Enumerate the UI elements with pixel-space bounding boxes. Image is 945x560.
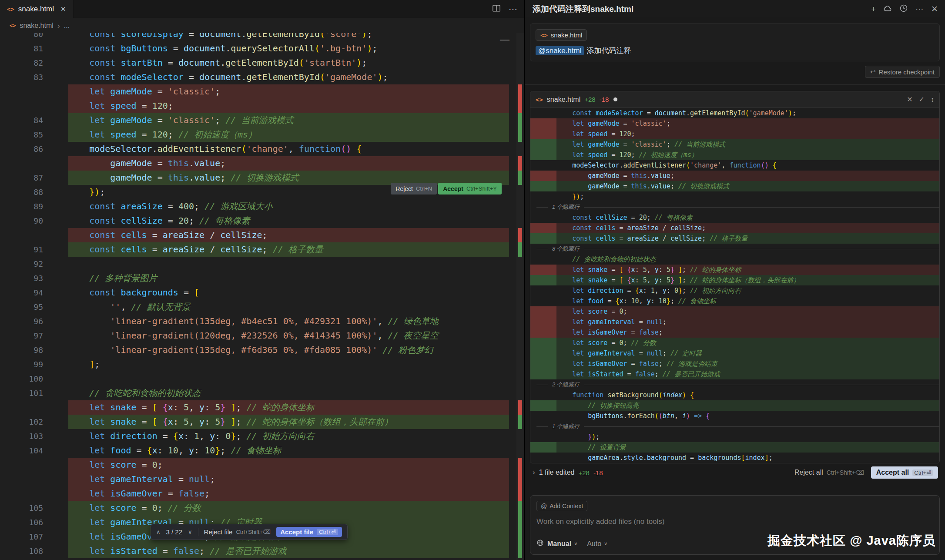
reject-file-button[interactable]: Reject file Ctrl+Shift+⌫ bbox=[204, 528, 271, 536]
code-line: 85 let speed = 120; // 初始速度（ms） bbox=[0, 127, 524, 142]
file-diff-actions: ∧ 3 / 22 ∨ Reject file Ctrl+Shift+⌫ Acce… bbox=[151, 524, 348, 540]
mode-selector[interactable]: Manual ∨ bbox=[547, 540, 577, 548]
diff-lines[interactable]: const modeSelector = document.getElement… bbox=[530, 108, 939, 463]
accept-change-button[interactable]: Accept Ctrl+Shift+Y bbox=[438, 183, 502, 194]
code-line: let gameMode = 'classic'; bbox=[530, 118, 939, 129]
overview-ruler[interactable] bbox=[516, 33, 524, 560]
accept-file-button[interactable]: Accept file Ctrl+⏎ bbox=[276, 527, 342, 537]
code-line: 97 'linear-gradient(120deg, #232526 0%, … bbox=[0, 329, 524, 343]
editor[interactable]: 80 const scoreDisplay = document.getElem… bbox=[0, 33, 524, 560]
code-line: let speed = 120; bbox=[530, 129, 939, 139]
reject-change-button[interactable]: Reject Ctrl+N bbox=[391, 183, 437, 194]
reject-file-icon[interactable]: ✕ bbox=[907, 95, 912, 104]
diff-overview-mark bbox=[518, 501, 522, 515]
review-added: +28 bbox=[579, 469, 590, 476]
add-context-chip[interactable]: @ Add Context bbox=[536, 501, 587, 511]
code-line: 108 let isStarted = false; // 是否已开始游戏 bbox=[0, 544, 524, 558]
diff-overview-mark bbox=[518, 530, 522, 544]
modified-dot-icon bbox=[613, 97, 617, 101]
more-actions-icon[interactable]: ⋯ bbox=[509, 5, 517, 13]
expand-icon[interactable]: ↕ bbox=[931, 96, 934, 104]
history-icon[interactable] bbox=[899, 4, 908, 14]
code-line: // 设置背景 bbox=[530, 442, 939, 453]
mode-label: Manual bbox=[547, 540, 571, 548]
code-line: let score = 0; bbox=[530, 306, 939, 317]
reject-shortcut: Ctrl+N bbox=[416, 185, 432, 192]
diff-overview-mark bbox=[518, 99, 522, 113]
code-line: let speed = 120; bbox=[0, 99, 524, 113]
code-line: gameMode = this.value; bbox=[530, 171, 939, 181]
review-summary[interactable]: › 1 file edited +28 -18 bbox=[533, 468, 603, 477]
collapse-dash-icon[interactable]: — bbox=[500, 33, 509, 46]
code-line: 103 let direction = {x: 1, y: 0}; // 初始方… bbox=[0, 429, 524, 443]
diff-overview-mark bbox=[518, 228, 522, 242]
tab-snake-html[interactable]: <> snake.html ✕ bbox=[0, 0, 74, 18]
split-editor-icon[interactable] bbox=[492, 4, 501, 14]
accept-file-icon[interactable]: ✓ bbox=[919, 95, 925, 104]
code-line: let gameInterval = null; // 定时器 bbox=[530, 348, 939, 359]
reject-all-shortcut: Ctrl+Shift+⌫ bbox=[827, 469, 864, 476]
diff-overview-mark bbox=[518, 84, 522, 99]
code-line: let isGameOver = false; bbox=[530, 327, 939, 338]
chevron-down-icon: ∨ bbox=[574, 541, 577, 547]
hidden-lines-separator[interactable]: 8 个隐藏行 bbox=[530, 244, 939, 254]
diff-overview-mark bbox=[518, 515, 522, 530]
code-line: 93 // 多种背景图片 bbox=[0, 271, 524, 285]
breadcrumb-more[interactable]: ... bbox=[64, 22, 70, 30]
globe-icon bbox=[536, 539, 544, 548]
breadcrumb-file[interactable]: snake.html bbox=[20, 22, 53, 30]
review-actions: Reject all Ctrl+Shift+⌫ Accept all Ctrl+… bbox=[794, 466, 938, 479]
restore-checkpoint-button[interactable]: ↩ Restore checkpoint bbox=[865, 66, 940, 78]
diff-file-name: snake.html bbox=[547, 96, 580, 104]
chat-pane: 添加代码注释到snake.html + ⋯ ✕ <> snake.html bbox=[525, 0, 945, 560]
accept-label: Accept bbox=[443, 185, 463, 192]
composer-input[interactable]: Work on explicitly added files (no tools… bbox=[536, 517, 933, 526]
code-line: 101 // 贪吃蛇和食物的初始状态 bbox=[0, 386, 524, 400]
code-line: const cells = areaSize / cellSize; bbox=[0, 228, 524, 242]
new-chat-icon[interactable]: + bbox=[871, 5, 876, 13]
cloud-icon[interactable] bbox=[883, 4, 892, 14]
next-change-icon[interactable]: ∨ bbox=[188, 529, 192, 535]
code-line: let speed = 120; // 初始速度（ms） bbox=[530, 150, 939, 160]
prev-change-icon[interactable]: ∧ bbox=[156, 529, 161, 535]
at-icon: @ bbox=[541, 503, 547, 510]
divider bbox=[525, 84, 945, 85]
editor-actions: ⋯ bbox=[492, 4, 524, 14]
hidden-lines-separator[interactable]: 2 个隐藏行 bbox=[530, 379, 939, 390]
code-line: 102 let snake = [ {x: 5, y: 5} ]; // 蛇的身… bbox=[0, 415, 524, 429]
code-line: gameMode = this.value; bbox=[0, 156, 524, 171]
review-bar: › 1 file edited +28 -18 Reject all Ctrl+… bbox=[530, 463, 940, 482]
hidden-lines-separator[interactable]: 1 个隐藏行 bbox=[530, 202, 939, 212]
file-mention[interactable]: @snake.html bbox=[536, 46, 584, 55]
code-line: 83 const modeSelector = document.getElem… bbox=[0, 70, 524, 84]
tab-close-icon[interactable]: ✕ bbox=[60, 5, 66, 13]
model-label: Auto bbox=[587, 540, 601, 548]
message-text: @snake.html添加代码注释 bbox=[536, 46, 934, 56]
diff-overview-mark bbox=[518, 458, 522, 472]
code-line: let snake = [ {x: 5, y: 5} ]; // 蛇的身体坐标 bbox=[0, 400, 524, 415]
diff-overview-mark bbox=[518, 400, 522, 415]
html-file-icon: <> bbox=[7, 6, 14, 13]
reject-label: Reject bbox=[395, 185, 413, 192]
model-selector[interactable]: Auto ∨ bbox=[587, 540, 607, 548]
code-line: 90 const cellSize = 20; // 每格像素 bbox=[0, 214, 524, 228]
reject-all-button[interactable]: Reject all Ctrl+Shift+⌫ bbox=[794, 469, 864, 476]
hidden-lines-separator[interactable]: 1 个隐藏行 bbox=[530, 421, 939, 432]
chevron-right-icon: › bbox=[57, 21, 60, 30]
close-panel-icon[interactable]: ✕ bbox=[931, 5, 938, 13]
added-count: +28 bbox=[584, 96, 595, 103]
diff-card-header[interactable]: <> snake.html +28 -18 ✕ ✓ ↕ bbox=[530, 91, 939, 108]
reject-file-label: Reject file bbox=[204, 528, 233, 536]
code-line: }); bbox=[530, 191, 939, 202]
editor-lines: 80 const scoreDisplay = document.getElem… bbox=[0, 33, 524, 558]
breadcrumb[interactable]: <> snake.html › ... bbox=[0, 18, 524, 33]
chevron-right-icon[interactable]: › bbox=[533, 468, 535, 477]
code-line: // 贪吃蛇和食物的初始状态 bbox=[530, 254, 939, 265]
code-line: function setBackground(index) { bbox=[530, 390, 939, 400]
hidden-lines-label: 1 个隐藏行 bbox=[552, 423, 580, 430]
more-icon[interactable]: ⋯ bbox=[915, 5, 924, 13]
file-context-chip[interactable]: <> snake.html bbox=[536, 29, 587, 41]
code-line: let direction = {x: 1, y: 0}; // 初始方向向右 bbox=[530, 285, 939, 296]
file-chip-label: snake.html bbox=[551, 31, 583, 39]
accept-all-button[interactable]: Accept all Ctrl+⏎ bbox=[871, 466, 938, 479]
